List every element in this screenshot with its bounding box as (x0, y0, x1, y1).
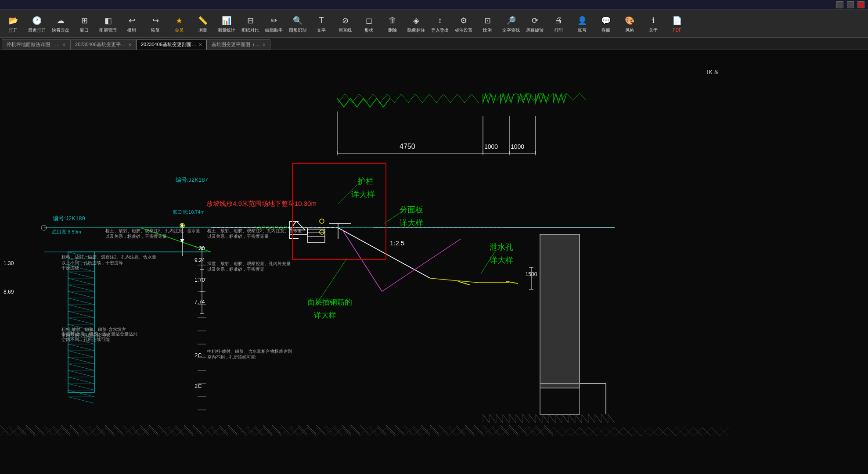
toolbar-btn-layer[interactable]: ◧ 图层管理 (97, 11, 119, 36)
toolbar-btn-shape[interactable]: ◻ 形状 (357, 11, 380, 36)
delete-icon: 🗑 (386, 14, 399, 27)
scale-icon: ⊡ (481, 14, 493, 27)
cad-drawing-canvas (0, 50, 868, 474)
print-icon: 🖨 (552, 14, 565, 27)
toolbar-btn-screen-rotate[interactable]: ⟳ 屏幕旋转 (523, 11, 546, 36)
tab-close-btn[interactable]: × (263, 42, 266, 48)
measure-stat-icon: 📊 (220, 14, 233, 27)
toolbar-btn-shape-id[interactable]: 🔍 图形识别 (286, 11, 309, 36)
about-icon: ℹ (647, 14, 659, 27)
edit-helper-icon: ✏ (268, 14, 280, 27)
print-label: 打印 (554, 28, 563, 33)
account-label: 账号 (578, 28, 587, 33)
toolbar-btn-pdf[interactable]: 📄 PDF (666, 11, 688, 36)
toolbar-btn-print[interactable]: 🖨 打印 (547, 11, 570, 36)
compare-icon: ⊟ (244, 14, 256, 27)
pdf-icon: 📄 (671, 14, 683, 27)
toolbar-btn-delete[interactable]: 🗑 删除 (381, 11, 404, 36)
toolbar-btn-cloud[interactable]: ☁ 快看云盘 (49, 11, 72, 36)
toolbar-btn-service[interactable]: 💬 客服 (594, 11, 617, 36)
tab-close-btn[interactable]: × (128, 42, 131, 48)
maximize-button[interactable] (847, 1, 854, 8)
tab-tab2[interactable]: 20230406基坑变更平… × (70, 39, 136, 50)
straight-icon: ⊘ (339, 14, 351, 27)
tab-label: 基坑图变更平面图（… (212, 41, 260, 48)
screen-rotate-icon: ⟳ (529, 14, 541, 27)
undo-icon: ↩ (126, 14, 138, 27)
text-search-icon: 🔎 (505, 14, 517, 27)
toolbar-btn-measure[interactable]: 📏 测量 (191, 11, 214, 36)
toolbar-btn-compare[interactable]: ⊟ 图纸对比 (239, 11, 262, 36)
pdf-label: PDF (673, 28, 681, 33)
hidden-mark-label: 隐蔽标注 (407, 28, 425, 33)
measure-label: 测量 (198, 28, 207, 33)
toolbar-btn-measure-stat[interactable]: 📊 测量统计 (215, 11, 238, 36)
toolbar-btn-text[interactable]: T 文字 (310, 11, 333, 36)
hidden-mark-icon: ◈ (410, 14, 422, 27)
import-export-label: 导入导出 (431, 28, 449, 33)
shape-id-icon: 🔍 (292, 14, 304, 27)
text-icon: T (315, 14, 328, 27)
text-search-label: 文字查找 (502, 28, 520, 33)
recent-label: 最近打开 (28, 28, 46, 33)
close-button[interactable] (857, 1, 864, 8)
open-label: 打开 (9, 28, 18, 33)
style-icon: 🎨 (623, 14, 636, 27)
tab-label: 停机坪地面做法详图---… (7, 41, 60, 48)
minimize-button[interactable] (836, 1, 843, 8)
layer-icon: ◧ (102, 14, 114, 27)
member-label: 会员 (175, 28, 184, 33)
tab-close-btn[interactable]: × (62, 42, 65, 48)
toolbar-btn-mark-setting[interactable]: ⚙ 标注设置 (452, 11, 475, 36)
tab-label: 20230406基坑变更剖面… (141, 41, 196, 48)
toolbar-btn-style[interactable]: 🎨 风格 (618, 11, 641, 36)
cloud-icon: ☁ (54, 14, 67, 27)
toolbar-btn-redo[interactable]: ↪ 恢复 (144, 11, 167, 36)
toolbar-btn-text-search[interactable]: 🔎 文字查找 (500, 11, 522, 36)
toolbar-btn-edit-helper[interactable]: ✏ 编辑助手 (263, 11, 285, 36)
toolbar-btn-undo[interactable]: ↩ 撤销 (120, 11, 143, 36)
mark-setting-label: 标注设置 (455, 28, 472, 33)
window-icon: ⊞ (78, 14, 90, 27)
open-icon: 📂 (7, 14, 19, 27)
toolbar-btn-open[interactable]: 📂 打开 (2, 11, 25, 36)
tab-close-btn[interactable]: × (199, 42, 202, 48)
screen-rotate-label: 屏幕旋转 (526, 28, 544, 33)
shape-label: 形状 (364, 28, 373, 33)
toolbar-btn-member[interactable]: ★ 会员 (168, 11, 191, 36)
window-controls (836, 1, 864, 8)
mark-setting-icon: ⚙ (457, 14, 470, 27)
text-label: 文字 (317, 28, 326, 33)
layer-label: 图层管理 (99, 28, 117, 33)
toolbar-btn-window[interactable]: ⊞ 窗口 (73, 11, 96, 36)
redo-icon: ↪ (149, 14, 162, 27)
recent-icon: 🕐 (31, 14, 43, 27)
tab-tab3[interactable]: 20230406基坑变更剖面… × (136, 39, 207, 50)
toolbar-btn-import-export[interactable]: ↕ 导入导出 (429, 11, 451, 36)
toolbar-btn-hidden-mark[interactable]: ◈ 隐蔽标注 (405, 11, 428, 36)
toolbar-btn-account[interactable]: 👤 账号 (571, 11, 594, 36)
redo-label: 恢复 (151, 28, 160, 33)
measure-stat-label: 测量统计 (218, 28, 235, 33)
service-label: 客服 (601, 28, 610, 33)
tabbar: 停机坪地面做法详图---… ×20230406基坑变更平… ×20230406基… (0, 38, 868, 50)
toolbar-btn-scale[interactable]: ⊡ 比例 (476, 11, 499, 36)
straight-label: 画直线 (339, 28, 352, 33)
about-label: 关于 (649, 28, 658, 33)
toolbar-btn-recent[interactable]: 🕐 最近打开 (25, 11, 48, 36)
cloud-label: 快看云盘 (52, 28, 69, 33)
toolbar: 📂 打开🕐 最近打开☁ 快看云盘⊞ 窗口◧ 图层管理↩ 撤销↪ 恢复★ 会员 (0, 10, 868, 38)
canvas-area[interactable] (0, 50, 868, 474)
member-icon: ★ (173, 14, 185, 27)
style-label: 风格 (625, 28, 634, 33)
tab-label: 20230406基坑变更平… (75, 41, 126, 48)
undo-label: 撤销 (127, 28, 136, 33)
shape-id-label: 图形识别 (289, 28, 306, 33)
tab-tab1[interactable]: 停机坪地面做法详图---… × (2, 39, 70, 50)
toolbar-btn-straight[interactable]: ⊘ 画直线 (334, 11, 357, 36)
window-label: 窗口 (80, 28, 89, 33)
tab-tab4[interactable]: 基坑图变更平面图（… × (207, 39, 270, 50)
measure-icon: 📏 (197, 14, 209, 27)
toolbar-btn-about[interactable]: ℹ 关于 (642, 11, 665, 36)
import-export-icon: ↕ (434, 14, 446, 27)
